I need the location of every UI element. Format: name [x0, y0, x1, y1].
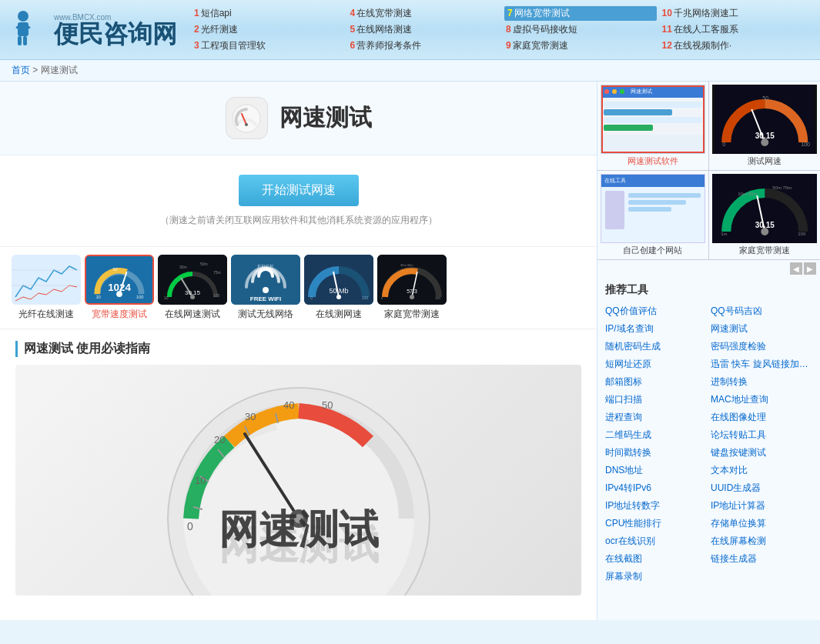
nav-item-4[interactable]: 4在线宽带测速 [349, 6, 501, 21]
nav-item-8[interactable]: 8虚拟号码接收短 [504, 22, 657, 37]
tool-link[interactable]: 在线屏幕检测 [711, 533, 812, 549]
svg-rect-4 [18, 36, 22, 45]
nav-item-7[interactable]: 7网络宽带测试 [504, 6, 657, 21]
tool-link[interactable]: 随机密码生成 [605, 339, 707, 355]
guide-title: 网速测试 使用必读指南 [15, 341, 581, 357]
card-img-fiber [12, 255, 81, 305]
svg-text:30.15: 30.15 [755, 132, 774, 140]
start-test-button[interactable]: 开始测试网速 [239, 175, 359, 206]
nav-item-12[interactable]: 12在线视频制作· [661, 38, 813, 53]
guide-section: 网速测试 使用必读指南 [0, 329, 597, 607]
card-label-family: 家庭宽带测速 [384, 308, 440, 321]
nav-item-11[interactable]: 11在线人工客服系 [661, 22, 813, 37]
card-label-fiber: 光纤在线测速 [18, 308, 74, 321]
nav-item-6[interactable]: 6营养师报考条件 [349, 38, 501, 53]
tool-link[interactable]: 在线截图 [605, 551, 707, 567]
next-arrow-button[interactable]: ▶ [804, 262, 816, 275]
tool-link[interactable]: UUID生成器 [711, 480, 812, 496]
tool-card-family[interactable]: 57.3 0 100 30m 50m 家庭宽带测速 [377, 255, 447, 321]
breadcrumb-current: 网速测试 [41, 65, 78, 75]
tools-grid: QQ价值评估QQ号码吉凶IP/域名查询网速测试随机密码生成密码强度检验短网址还原… [605, 303, 812, 585]
main-wrapper: 网速测试 开始测试网速 （测速之前请关闭互联网应用软件和其他消耗系统资源的应用程… [0, 82, 820, 620]
sidebar: 网速测试 网速测试软件 [597, 82, 820, 620]
tool-link[interactable]: 进程查询 [605, 409, 707, 425]
tool-link[interactable]: 二维码生成 [605, 427, 707, 443]
svg-text:10m 30m: 10m 30m [738, 192, 757, 196]
tool-link[interactable]: 时间戳转换 [605, 445, 707, 461]
tool-card-fiber[interactable]: 光纤在线测速 [12, 255, 81, 321]
svg-text:50 Mb: 50 Mb [329, 287, 348, 295]
tool-link[interactable]: 在线图像处理 [711, 409, 812, 425]
tool-link[interactable]: IP地址计算器 [711, 498, 812, 514]
card-img-family: 57.3 0 100 30m 50m [377, 255, 447, 305]
nav-item-1[interactable]: 1短信api [192, 6, 345, 21]
tool-link[interactable]: 迅雷 快车 旋风链接加密... [711, 356, 812, 372]
logo-icon [8, 8, 54, 51]
nav-item-9[interactable]: 9家庭宽带测速 [504, 38, 657, 53]
svg-point-39 [410, 295, 414, 299]
tool-link[interactable]: MAC地址查询 [711, 392, 812, 408]
header: www.BMCX.com 便民咨询网 1短信api4在线宽带测速7网络宽带测试1… [0, 0, 820, 60]
tool-link[interactable]: 链接生成器 [711, 551, 812, 567]
svg-text:100: 100 [362, 295, 369, 300]
guide-big-text-main: 网速测试 [219, 503, 379, 557]
tool-card-speed[interactable]: 1024 10 50 100 宽带速度测试 [85, 255, 154, 321]
svg-text:50m: 50m [200, 262, 208, 266]
tool-link[interactable]: ocr在线识别 [605, 533, 707, 549]
tool-link[interactable]: 进制转换 [711, 374, 812, 390]
logo-main-text: 便民咨询网 [54, 22, 177, 46]
svg-text:100: 100 [798, 232, 806, 236]
svg-point-28 [263, 287, 269, 293]
tool-link[interactable]: 文本对比 [711, 462, 812, 479]
tool-link[interactable]: 键盘按键测试 [711, 445, 812, 461]
svg-text:40: 40 [283, 399, 294, 411]
tool-link[interactable]: QQ价值评估 [605, 303, 707, 319]
page-title-inner: 网速测试 [15, 97, 581, 139]
tool-link[interactable]: DNS地址 [605, 462, 707, 479]
svg-text:0: 0 [310, 295, 313, 300]
svg-point-7 [245, 123, 248, 126]
tool-link[interactable]: 屏幕录制 [605, 569, 707, 585]
svg-text:50: 50 [112, 267, 117, 272]
svg-text:100: 100 [213, 293, 220, 298]
tool-link[interactable]: IPv4转IPv6 [605, 480, 707, 496]
tool-link[interactable]: 密码强度检验 [711, 339, 812, 355]
svg-text:100: 100 [801, 142, 810, 147]
tool-link[interactable]: IP/域名查询 [605, 321, 707, 337]
nav-item-3[interactable]: 3工程项目管理软 [192, 38, 345, 53]
tool-link[interactable]: CPU性能排行 [605, 516, 707, 532]
svg-rect-1 [18, 22, 28, 36]
test-area: 开始测试网速 （测速之前请关闭互联网应用软件和其他消耗系统资源的应用程序） [0, 155, 597, 247]
header-nav: 1短信api4在线宽带测速7网络宽带测试10千兆网络测速工2光纤测速5在线网络测… [192, 6, 812, 53]
tool-card-wifi[interactable]: FREE WIFI FREE 测试无线网络 [231, 255, 300, 321]
sidebar-cell-software: 网速测试 网速测试软件 [597, 82, 709, 171]
tool-link[interactable]: 邮箱图标 [605, 374, 707, 390]
breadcrumb-home[interactable]: 首页 [12, 65, 30, 75]
nav-item-5[interactable]: 5在线网络测速 [349, 22, 501, 37]
tool-link[interactable]: 存储单位换算 [711, 516, 812, 532]
svg-text:100: 100 [136, 295, 144, 299]
card-label-gauge: 在线网速测试 [165, 308, 220, 321]
nav-item-10[interactable]: 10千兆网络测速工 [661, 6, 813, 21]
logo[interactable]: www.BMCX.com 便民咨询网 [8, 8, 177, 51]
svg-text:FREE: FREE [257, 263, 273, 270]
tool-link[interactable]: 短网址还原 [605, 356, 707, 372]
tools-section: 推荐工具 QQ价值评估QQ号码吉凶IP/域名查询网速测试随机密码生成密码强度检验… [597, 277, 820, 591]
tool-cards-row: 光纤在线测速 1024 10 [0, 247, 597, 329]
svg-text:50m 75m: 50m 75m [772, 185, 792, 190]
tool-card-gauge[interactable]: 30.15 10 30m 50m 75m 100 在线网速测试 [158, 255, 227, 321]
tool-link[interactable]: 端口扫描 [605, 392, 707, 408]
sidebar-thumb-speedtest: 30.15 0 50 100 [712, 85, 818, 154]
page-title: 网速测试 [279, 102, 372, 134]
nav-item-2[interactable]: 2光纤测速 [192, 22, 345, 37]
svg-text:30.15: 30.15 [185, 289, 201, 296]
sidebar-thumb-software: 网速测试 [601, 85, 705, 154]
tool-link[interactable]: QQ号码吉凶 [711, 303, 812, 319]
prev-arrow-button[interactable]: ◀ [790, 262, 802, 275]
test-note: （测速之前请关闭互联网应用软件和其他消耗系统资源的应用程序） [15, 214, 581, 227]
sidebar-cell-broadband: 30.15 1m 10m 30m 50m 75m 100 家庭宽带测速 [709, 171, 821, 259]
tool-link[interactable]: IP地址转数字 [605, 498, 707, 514]
tool-card-50mb[interactable]: 50 Mb 0 100 在线测网速 [304, 255, 373, 321]
tool-link[interactable]: 网速测试 [711, 321, 812, 337]
tool-link[interactable]: 论坛转贴工具 [711, 427, 812, 443]
